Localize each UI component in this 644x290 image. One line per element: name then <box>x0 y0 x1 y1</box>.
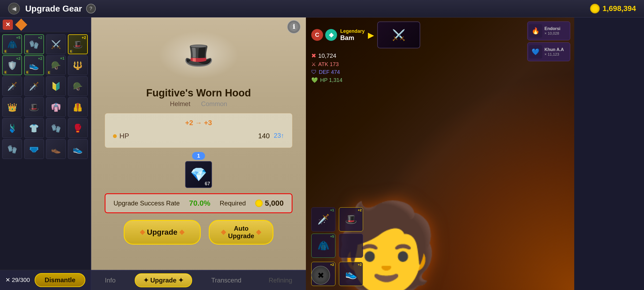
gear-slot[interactable]: 👞 <box>46 139 66 159</box>
stat-main-value: 10,724 <box>318 52 336 59</box>
gear-grid: +5 🧥 E +2 🧤 E ⚔️ +2 🎩 E +2 🛡️ E +2 👟 E <box>0 32 91 161</box>
left-top-bar: ✕ <box>0 17 91 32</box>
stat-dot-icon <box>113 134 117 138</box>
auto-diamond-icon <box>221 230 226 235</box>
item-icon: 🎩 <box>184 41 214 69</box>
gear-e-label: E <box>26 70 29 74</box>
party-name-endorsi: Endorsi <box>544 26 569 31</box>
stat-base-value: 140 <box>258 132 270 140</box>
gear-slot[interactable]: 👘 <box>46 97 66 117</box>
gear-slot[interactable]: +2 🛡️ E <box>2 55 22 75</box>
gear-slot[interactable]: +2 🧤 E <box>24 34 44 54</box>
help-button[interactable]: ? <box>86 4 96 13</box>
gear-e-label: E <box>47 71 51 74</box>
equipped-slot-armor[interactable]: +5 🧥 <box>311 234 335 258</box>
success-rate-value: 70.0% <box>189 199 210 208</box>
armor-icon: 🧥 <box>317 240 330 251</box>
party-member-khun[interactable]: 💙 Khun A.A × 11,123 <box>527 42 570 61</box>
back-button[interactable]: ◀ <box>8 3 20 15</box>
info-icon-button[interactable]: ℹ <box>287 20 301 34</box>
item-image-area: 🎩 <box>169 26 228 85</box>
portrait-image: ⚔️ <box>392 29 405 41</box>
equipped-slot-boots[interactable]: +2 👟 <box>339 262 363 286</box>
material-count-badge: 1 <box>192 152 205 160</box>
tab-upgrade-diamond-right: ✦ <box>178 277 184 284</box>
gear-slot[interactable]: 🗡️ <box>2 76 22 96</box>
atk-icon: ⚔ <box>311 61 316 67</box>
coin-icon <box>590 4 600 13</box>
required-cost: 5,000 <box>255 199 284 208</box>
party-member-endorsi[interactable]: 🔥 Endorsi × 10,028 <box>527 21 570 40</box>
gear-slot[interactable]: ⚔️ <box>46 34 66 54</box>
dismantle-bar: ✕ 29/300 Dismantle <box>0 270 91 290</box>
next-character-arrow[interactable]: ▶ <box>368 30 374 40</box>
action-buttons: Upgrade AutoUpgrade <box>124 220 274 245</box>
char-rarity: Legendary <box>340 28 365 34</box>
tab-transcend[interactable]: Transcend <box>203 274 250 287</box>
gear-slot[interactable]: 🔱 <box>68 55 88 75</box>
item-type: Helmet <box>170 100 190 108</box>
material-item: 💎 67 <box>185 161 212 188</box>
attack-icon: ✖ <box>317 271 324 280</box>
gear-slot[interactable]: 🥊 <box>68 118 88 138</box>
upgrade-diamond-icon-right <box>179 230 185 235</box>
equipped-plus-label: +2 <box>330 263 334 267</box>
gear-slot[interactable]: 👕 <box>24 118 44 138</box>
tab-upgrade[interactable]: ✦ Upgrade ✦ <box>135 273 192 287</box>
gear-slot[interactable]: 🧤 <box>2 139 22 159</box>
gear-slot[interactable]: 🗡️ <box>24 76 44 96</box>
gear-e-label: E <box>69 49 73 53</box>
char-def: DEF 474 <box>319 69 340 75</box>
left-panel: ✕ +5 🧥 E +2 🧤 E ⚔️ +2 🎩 E +2 🛡️ E + <box>0 17 91 290</box>
gear-slot[interactable]: +1 🪖 E <box>46 55 66 75</box>
gear-slot[interactable]: 👑 <box>2 97 22 117</box>
party-info-khun: Khun A.A × 11,123 <box>544 47 569 56</box>
material-qty: 67 <box>205 181 210 187</box>
equipped-slot-empty[interactable] <box>339 234 363 258</box>
gear-slot[interactable]: 🎩 <box>24 97 44 117</box>
equipped-plus-label: +2 <box>358 208 362 212</box>
item-rarity: Common <box>201 100 227 108</box>
tab-refining: Refining <box>261 274 300 287</box>
gear-slot[interactable]: 🪖 <box>68 76 88 96</box>
gear-slot-selected[interactable]: +2 🎩 E <box>68 34 88 54</box>
party-info-endorsi: Endorsi × 10,028 <box>544 26 569 35</box>
help-icon: ? <box>90 6 92 12</box>
dismantle-button[interactable]: Dismantle <box>35 273 85 287</box>
party-name-khun: Khun A.A <box>544 47 569 52</box>
item-display: ℹ 🎩 Fugitive's Worn Hood Helmet Common +… <box>91 17 306 245</box>
tab-info[interactable]: Info <box>97 274 124 287</box>
back-icon: ◀ <box>12 5 16 12</box>
tab-refining-label: Refining <box>269 277 292 284</box>
character-area: 🧑 C ◆ Legendary Bam ▶ ⚔️ ✖ 10,724 ⚔ <box>306 17 574 290</box>
gear-plus-label: +2 <box>82 35 86 40</box>
upgrade-button[interactable]: Upgrade <box>124 220 201 245</box>
gear-slot[interactable]: 🦺 <box>68 97 88 117</box>
gear-plus-label: +2 <box>16 56 20 61</box>
attack-badge[interactable]: ✖ <box>311 266 330 285</box>
endorsi-icon: 🔥 <box>532 27 540 35</box>
helmet-icon: 🎩 <box>345 214 357 225</box>
gear-slot[interactable]: +5 🧥 E <box>2 34 22 54</box>
char-icon-teal: ◆ <box>325 29 337 41</box>
def-icon: 🛡 <box>311 69 317 75</box>
char-hp: HP 1,314 <box>320 77 342 83</box>
gear-slot[interactable]: +2 👟 E <box>24 55 44 75</box>
close-button[interactable]: ✕ <box>3 20 13 30</box>
auto-upgrade-button[interactable]: AutoUpgrade <box>209 220 273 245</box>
sword-icon: ✖ <box>311 52 316 59</box>
gear-slot[interactable]: 🧤 <box>46 118 66 138</box>
gear-slot[interactable]: 🩱 <box>2 118 22 138</box>
gear-slot[interactable]: 👟 <box>68 139 88 159</box>
gear-slot[interactable]: 🔰 <box>46 76 66 96</box>
equipped-slot-helmet[interactable]: +2 🎩 <box>339 207 363 231</box>
item-subtitle: Helmet Common <box>170 100 227 108</box>
dismantle-count: ✕ 29/300 <box>5 277 30 284</box>
upgrade-stats-box: +2 → +3 HP 140 23↑ <box>105 113 292 148</box>
party-avatar-khun: 💙 <box>529 45 542 59</box>
gear-slot[interactable]: 🩲 <box>24 139 44 159</box>
material-gem-icon: 💎 <box>190 167 207 182</box>
equipped-slot-weapon[interactable]: +1 🗡️ <box>311 207 335 231</box>
gear-plus-label: +1 <box>60 56 64 60</box>
auto-upgrade-label: AutoUpgrade <box>228 225 254 240</box>
